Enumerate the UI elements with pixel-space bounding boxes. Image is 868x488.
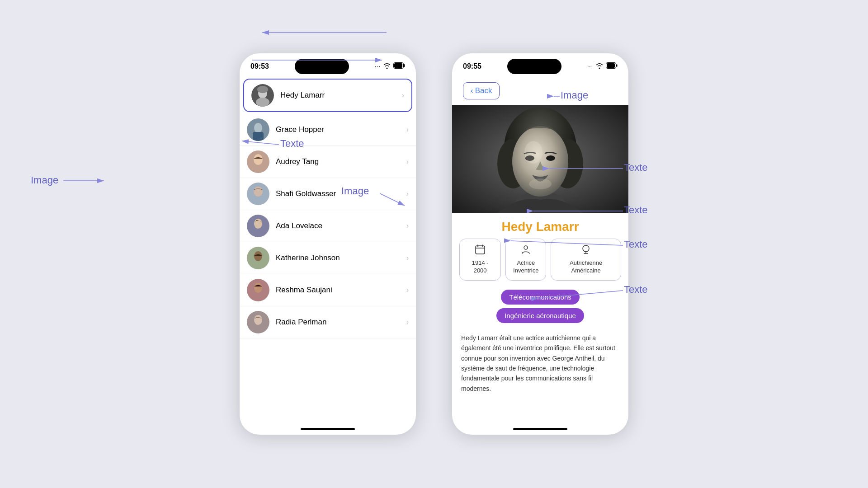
svg-point-8 xyxy=(254,123,262,133)
wifi-icon-right xyxy=(595,62,604,70)
chevron-ada: › xyxy=(406,222,409,230)
tag-telecom[interactable]: Télécommunications xyxy=(501,290,580,305)
hedy-image xyxy=(452,105,628,213)
annotations-overlay: Image Texte Image Texte Image Texte Text… xyxy=(0,0,868,488)
name-ada: Ada Lovelace xyxy=(276,221,406,230)
people-list: Hedy Lamarr › Grace Hopper › xyxy=(240,77,416,424)
list-item-shafi[interactable]: Shafi Goldwasser › xyxy=(240,178,416,210)
svg-point-32 xyxy=(546,155,555,161)
chevron-reshma: › xyxy=(406,286,409,294)
info-cards: 1914 - 2000 Actrice Inventrice xyxy=(452,239,628,286)
left-phone: 09:53 ··· xyxy=(240,53,416,435)
list-item-katherine[interactable]: Katherine Johnson › xyxy=(240,242,416,274)
nationality-text: Autrichienne Américaine xyxy=(557,259,614,275)
role-icon xyxy=(521,244,531,257)
list-item-radia[interactable]: Radia Perlman › xyxy=(240,306,416,338)
list-item-reshma[interactable]: Reshma Saujani › xyxy=(240,274,416,306)
role-text: Actrice Inventrice xyxy=(513,259,538,275)
avatar-shafi xyxy=(247,183,269,205)
wifi-icon xyxy=(383,62,391,70)
calendar-icon xyxy=(475,244,485,257)
svg-rect-2 xyxy=(404,64,405,67)
nationality-card: Autrichienne Américaine xyxy=(551,239,621,281)
svg-point-5 xyxy=(257,86,268,93)
avatar-hedy xyxy=(251,84,274,107)
status-icons-right: ··· xyxy=(587,62,618,70)
chevron-grace: › xyxy=(406,126,409,134)
chevron-hedy: › xyxy=(402,91,404,99)
svg-rect-23 xyxy=(607,63,615,68)
signal-dots-right: ··· xyxy=(587,63,593,70)
signal-dots: ··· xyxy=(375,63,381,70)
role-card: Actrice Inventrice xyxy=(505,239,546,281)
chevron-radia: › xyxy=(406,318,409,326)
back-button[interactable]: ‹ Back xyxy=(463,82,500,99)
location-icon xyxy=(581,244,591,257)
dates-text: 1914 - 2000 xyxy=(466,259,494,275)
svg-rect-35 xyxy=(476,246,485,254)
back-label: Back xyxy=(475,86,492,95)
svg-point-39 xyxy=(524,246,528,249)
name-shafi: Shafi Goldwasser xyxy=(276,189,406,198)
avatar-ada xyxy=(247,215,269,237)
status-bar-right: 09:55 ··· xyxy=(452,53,628,77)
time-left: 09:53 xyxy=(250,62,269,70)
status-bar-left: 09:53 ··· xyxy=(240,53,416,77)
right-phone: 09:55 ··· ‹ Back xyxy=(452,53,628,435)
list-item-ada[interactable]: Ada Lovelace › xyxy=(240,210,416,242)
name-radia: Radia Perlman xyxy=(276,318,406,327)
name-audrey: Audrey Tang xyxy=(276,157,406,166)
detail-person-name: Hedy Lamarr xyxy=(452,213,628,239)
avatar-radia xyxy=(247,311,269,333)
svg-point-21 xyxy=(254,315,262,325)
svg-point-11 xyxy=(254,154,263,165)
dates-card: 1914 - 2000 xyxy=(459,239,501,281)
svg-point-13 xyxy=(254,187,263,197)
svg-point-19 xyxy=(254,283,262,293)
svg-point-15 xyxy=(254,219,262,229)
name-reshma: Reshma Saujani xyxy=(276,286,406,295)
chevron-shafi: › xyxy=(406,190,409,198)
list-item-grace[interactable]: Grace Hopper › xyxy=(240,114,416,146)
detail-content: Hedy Lamarr 1914 - 2000 xyxy=(452,105,628,424)
svg-point-6 xyxy=(256,98,269,107)
home-indicator-right xyxy=(513,428,567,430)
chevron-audrey: › xyxy=(406,158,409,166)
svg-point-33 xyxy=(529,178,552,189)
home-indicator-left xyxy=(301,428,355,430)
list-item-hedy[interactable]: Hedy Lamarr › xyxy=(243,79,412,112)
svg-rect-9 xyxy=(253,132,264,141)
description-text: Hedy Lamarr était une actrice autrichien… xyxy=(452,329,628,401)
list-item-audrey[interactable]: Audrey Tang › xyxy=(240,146,416,178)
tag-aeronautique[interactable]: Ingénierie aéronautique xyxy=(496,308,584,323)
avatar-reshma xyxy=(247,279,269,301)
dynamic-island-right xyxy=(507,59,561,74)
dynamic-island-left xyxy=(295,59,349,74)
svg-rect-1 xyxy=(394,63,402,68)
name-katherine: Katherine Johnson xyxy=(276,253,406,263)
battery-icon xyxy=(393,62,405,70)
svg-point-34 xyxy=(524,141,542,164)
avatar-grace xyxy=(247,118,269,141)
time-right: 09:55 xyxy=(463,62,481,70)
svg-point-17 xyxy=(254,251,262,261)
battery-icon-right xyxy=(606,62,618,70)
tags-container: Télécommunications Ingénierie aéronautiq… xyxy=(452,286,628,329)
name-grace: Grace Hopper xyxy=(276,125,406,134)
svg-rect-24 xyxy=(616,64,618,67)
avatar-audrey xyxy=(247,150,269,173)
back-chevron: ‹ xyxy=(471,86,473,95)
avatar-katherine xyxy=(247,247,269,269)
name-hedy: Hedy Lamarr xyxy=(280,91,402,100)
status-icons-left: ··· xyxy=(375,62,405,70)
svg-text:Image: Image xyxy=(31,174,58,186)
chevron-katherine: › xyxy=(406,254,409,262)
